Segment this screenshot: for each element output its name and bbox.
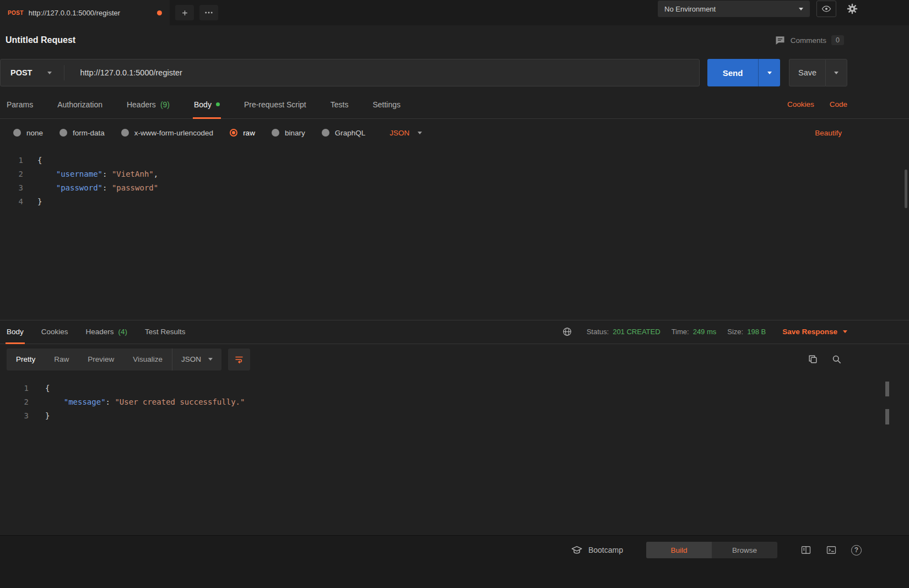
comments-button[interactable]: Comments 0 xyxy=(775,35,844,46)
search-response-button[interactable] xyxy=(831,354,842,364)
tab-label: Authorization xyxy=(57,100,102,109)
chevron-down-icon xyxy=(767,72,772,74)
response-tab-item[interactable]: Test Results xyxy=(145,320,186,344)
request-title[interactable]: Untitled Request xyxy=(6,35,75,45)
environment-quick-look-button[interactable] xyxy=(816,1,836,17)
response-view-tab[interactable]: Preview xyxy=(78,349,123,371)
code-line: 2 "message": "User created successfully.… xyxy=(0,395,909,409)
code-token: , xyxy=(154,170,158,178)
response-view-tab[interactable]: Raw xyxy=(45,349,78,371)
open-request-tab[interactable]: POST http://127.0.0.1:5000/register xyxy=(0,0,170,25)
tab-label: Cookies xyxy=(41,328,68,336)
response-tab-item[interactable]: Headers (4) xyxy=(86,320,128,344)
request-body-editor[interactable]: 1{2 "username": "VietAnh",3 "password": … xyxy=(0,146,909,320)
scrollbar-thumb[interactable] xyxy=(905,170,907,208)
url-input[interactable] xyxy=(64,59,699,86)
chevron-down-icon xyxy=(834,72,838,74)
build-tab[interactable]: Build xyxy=(646,542,712,558)
body-mode-option[interactable]: GraphQL xyxy=(322,129,366,137)
globe-icon[interactable] xyxy=(562,326,572,337)
radio-icon xyxy=(59,129,67,137)
body-has-content-dot-icon xyxy=(216,102,220,106)
language-label: JSON xyxy=(389,129,409,137)
status-bar-icons: ? xyxy=(800,545,862,556)
response-meta: Status: 201 CREATED Time: 249 ms Size: 1… xyxy=(562,320,847,344)
response-tab-item[interactable]: Cookies xyxy=(41,320,68,344)
comments-count-badge: 0 xyxy=(831,35,844,45)
settings-button[interactable] xyxy=(846,3,858,15)
request-tab-item[interactable]: Authorization xyxy=(57,90,102,118)
two-pane-view-button[interactable] xyxy=(800,545,811,556)
save-options-button[interactable] xyxy=(825,59,847,86)
method-selector[interactable]: POST xyxy=(1,59,64,86)
code-line: 2 "username": "VietAnh", xyxy=(0,167,909,181)
wrap-lines-button[interactable] xyxy=(228,349,250,371)
comments-icon xyxy=(775,35,786,46)
radio-icon xyxy=(230,129,237,137)
body-mode-option[interactable]: raw xyxy=(230,129,255,137)
response-language-selector[interactable]: JSON xyxy=(172,349,221,371)
tab-label: Test Results xyxy=(145,328,186,336)
tab-label: Headers xyxy=(127,100,156,109)
body-mode-option[interactable]: binary xyxy=(272,129,305,137)
bootcamp-button[interactable]: Bootcamp xyxy=(571,544,623,556)
gear-icon xyxy=(846,3,858,15)
code-token: } xyxy=(37,197,42,206)
body-mode-option[interactable]: form-data xyxy=(59,129,105,137)
response-view-tab[interactable]: Pretty xyxy=(7,349,45,371)
graduation-cap-icon xyxy=(571,544,583,556)
code-token: : xyxy=(106,398,115,406)
new-tab-button[interactable] xyxy=(175,5,194,20)
help-icon[interactable]: ? xyxy=(851,545,862,556)
request-tab-item[interactable]: Body xyxy=(194,90,220,118)
copy-response-button[interactable] xyxy=(808,354,818,364)
code-token: } xyxy=(45,411,50,420)
send-options-button[interactable] xyxy=(758,59,780,86)
response-tab-item[interactable]: Body xyxy=(7,320,24,344)
save-group: Save xyxy=(789,59,847,86)
tab-title: http://127.0.0.1:5000/register xyxy=(29,9,152,17)
split-pane-icon xyxy=(800,545,811,556)
code-token: : xyxy=(102,183,112,192)
response-view-group: Pretty Raw Preview Visualize xyxy=(7,349,221,371)
request-tab-item[interactable]: Params xyxy=(7,90,33,118)
request-tab-item[interactable]: Tests xyxy=(331,90,349,118)
save-button[interactable]: Save xyxy=(789,59,825,86)
method-label: POST xyxy=(10,68,32,77)
environment-selector[interactable]: No Environment xyxy=(658,1,810,17)
postman-app: POST http://127.0.0.1:5000/register No E… xyxy=(0,0,909,588)
code-line: 3} xyxy=(0,409,909,423)
beautify-link[interactable]: Beautify xyxy=(815,129,842,137)
radio-icon xyxy=(322,129,329,137)
request-tab-item[interactable]: Pre-request Script xyxy=(244,90,306,118)
tab-label: Body xyxy=(194,100,212,109)
send-button[interactable]: Send xyxy=(707,59,758,86)
code-token: "password" xyxy=(56,183,102,192)
tab-options-button[interactable] xyxy=(199,5,218,20)
radio-icon xyxy=(121,129,129,137)
comments-label: Comments xyxy=(791,36,826,45)
code-link[interactable]: Code xyxy=(830,100,847,108)
response-view-tab[interactable]: Visualize xyxy=(123,349,172,371)
body-mode-option[interactable]: x-www-form-urlencoded xyxy=(121,129,213,137)
search-icon xyxy=(831,354,842,364)
chevron-down-icon xyxy=(47,72,52,74)
size-label: Size: xyxy=(727,328,743,336)
language-label: JSON xyxy=(181,355,201,363)
line-number: 1 xyxy=(0,382,29,395)
response-body-editor[interactable]: 1{2 "message": "User created successfull… xyxy=(0,375,909,535)
body-language-selector[interactable]: JSON xyxy=(389,129,422,137)
line-content: "message": "User created successfully." xyxy=(45,395,245,409)
code-token: "VietAnh" xyxy=(112,170,154,178)
console-button[interactable] xyxy=(826,545,837,556)
request-tab-item[interactable]: Headers (9) xyxy=(127,90,170,118)
request-tab-item[interactable]: Settings xyxy=(372,90,401,118)
line-number: 3 xyxy=(0,409,29,423)
cookies-link[interactable]: Cookies xyxy=(787,100,814,108)
topbar: POST http://127.0.0.1:5000/register No E… xyxy=(0,0,909,25)
browse-tab[interactable]: Browse xyxy=(712,542,777,558)
save-response-button[interactable]: Save Response xyxy=(782,328,847,336)
code-token: { xyxy=(37,156,42,165)
body-mode-option[interactable]: none xyxy=(13,129,43,137)
response-actions xyxy=(808,354,842,364)
